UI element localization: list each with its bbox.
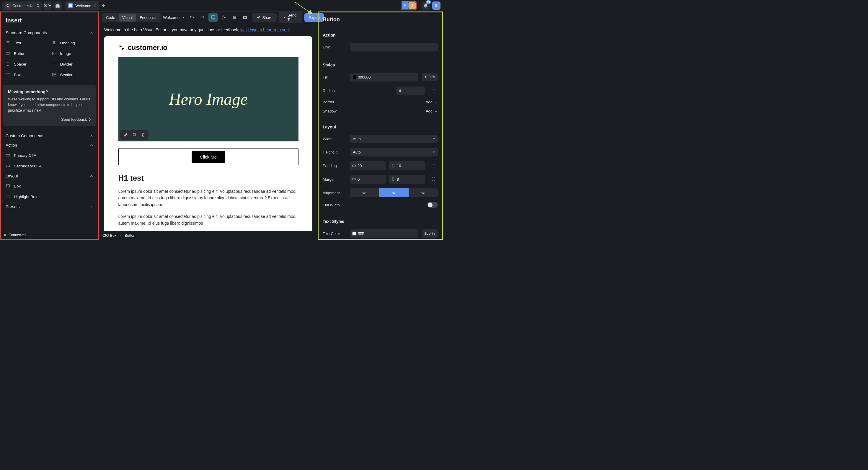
element-toolbar — [120, 130, 149, 139]
layers-button[interactable] — [43, 1, 52, 10]
component-spacer[interactable]: Spacer — [3, 59, 50, 69]
body-paragraph[interactable]: Lorem ipsum dolor sit amet consectetur a… — [118, 188, 299, 208]
chevron-down-icon — [48, 3, 52, 8]
chevron-up-icon — [90, 174, 93, 178]
mail-icon — [68, 3, 73, 8]
mode-feedback[interactable]: Feedback — [136, 13, 160, 22]
svg-rect-5 — [6, 73, 9, 76]
collaborators[interactable]: M J — [401, 1, 416, 10]
mode-visual[interactable]: Visual — [119, 13, 136, 22]
component-text[interactable]: Text — [3, 37, 50, 48]
component-button[interactable]: Button — [3, 48, 50, 59]
component-highlight-box[interactable]: Highlight Box — [3, 191, 96, 202]
avatar: M — [402, 2, 409, 9]
section-action[interactable]: Action — [3, 140, 96, 150]
hero-image[interactable]: Hero Image — [118, 57, 299, 142]
close-icon[interactable]: × — [94, 3, 96, 8]
breadcrumb-item[interactable]: Button — [125, 233, 135, 238]
breadcrumb-item[interactable]: CIO Box — [102, 233, 116, 238]
settings-button[interactable] — [219, 13, 228, 22]
heading-h1[interactable]: H1 test — [118, 174, 299, 183]
padding-v-input[interactable] — [389, 161, 426, 170]
send-feedback-link[interactable]: Send feedback — [8, 117, 91, 122]
radius-expand-button[interactable] — [429, 86, 438, 95]
tab-welcome[interactable]: Welcome × — [65, 1, 99, 10]
radius-input[interactable] — [396, 87, 426, 95]
border-add-button[interactable]: Add — [426, 100, 438, 104]
redo-button[interactable] — [198, 13, 207, 22]
mode-code[interactable]: Code — [102, 13, 119, 22]
cta-container[interactable]: Click Me — [118, 149, 299, 165]
send-test-button[interactable]: Send Test — [279, 11, 302, 24]
properties-panel: Button Action Link Styles Fill 100 % Rad… — [318, 11, 443, 240]
body-paragraph[interactable]: Lorem ipsum dolor sit amet consectetur a… — [118, 213, 299, 226]
delete-button[interactable] — [139, 131, 147, 138]
info-card-title: Missing something? — [8, 90, 91, 94]
svg-point-15 — [235, 17, 236, 18]
logo-mark-icon — [118, 44, 125, 51]
section-standard-components[interactable]: Standard Components — [3, 28, 96, 37]
tabset: Welcome × + — [65, 1, 107, 10]
component-primary-cta[interactable]: Primary CTA — [3, 150, 96, 161]
doc-title[interactable]: Welcome — [163, 15, 185, 20]
section-layout[interactable]: Layout — [3, 171, 96, 181]
component-section[interactable]: Section — [50, 69, 96, 80]
edit-button[interactable] — [121, 131, 130, 138]
fill-opacity[interactable]: 100 % — [422, 73, 438, 81]
feedback-link[interactable]: we'd love to hear from you! — [240, 27, 290, 32]
radius-label: Radius — [323, 89, 346, 93]
text-color-opacity[interactable]: 100 % — [422, 229, 438, 238]
height-select[interactable]: Auto▾ — [350, 148, 438, 156]
svg-rect-11 — [6, 195, 9, 198]
fullwidth-label: Full Width — [323, 203, 340, 207]
layers-icon — [43, 3, 47, 8]
undo-button[interactable] — [187, 13, 197, 22]
link-input[interactable] — [350, 43, 438, 51]
share-button[interactable]: Share — [252, 13, 277, 22]
fullwidth-toggle[interactable] — [427, 202, 438, 208]
fill-input[interactable] — [350, 73, 418, 82]
margin-h-input[interactable] — [350, 175, 386, 184]
margin-v-input[interactable] — [389, 175, 426, 184]
component-divider[interactable]: Divider — [50, 59, 96, 69]
section-presets[interactable]: Presets — [3, 202, 96, 211]
width-select[interactable]: Auto▾ — [350, 135, 438, 143]
component-image[interactable]: Image — [50, 48, 96, 59]
new-tab-button[interactable]: + — [100, 2, 107, 9]
align-left-button[interactable] — [350, 188, 379, 197]
chevron-right-icon — [119, 234, 122, 237]
reset-icon[interactable] — [335, 151, 339, 154]
email-canvas[interactable]: customer.io Hero Image Click Me H1 test — [104, 36, 312, 231]
component-secondary-cta[interactable]: Secondary CTA — [3, 161, 96, 171]
notifications-button[interactable]: 19 — [422, 1, 430, 10]
user-avatar[interactable]: B — [432, 1, 440, 10]
component-layout-box[interactable]: Box — [3, 181, 96, 191]
chevron-up-icon — [90, 31, 93, 35]
padding-expand-button[interactable] — [429, 161, 438, 170]
component-box[interactable]: Box — [3, 69, 50, 80]
shadow-add-button[interactable]: Add — [426, 109, 438, 113]
padding-h-input[interactable] — [350, 161, 386, 170]
cta-button[interactable]: Click Me — [192, 151, 225, 163]
align-center-button[interactable] — [379, 188, 408, 197]
home-button[interactable] — [54, 1, 62, 10]
component-heading[interactable]: Heading — [50, 37, 96, 48]
status-dot-icon — [4, 234, 6, 236]
margin-expand-button[interactable] — [429, 175, 438, 184]
section-custom-components[interactable]: Custom Components — [3, 131, 96, 140]
box-icon — [6, 194, 10, 199]
align-right-button[interactable] — [409, 188, 438, 197]
heading-icon — [52, 40, 57, 45]
text-icon — [6, 40, 10, 45]
sliders-button[interactable] — [230, 13, 239, 22]
color-swatch-icon — [352, 75, 356, 79]
button-icon — [6, 51, 10, 56]
text-color-input[interactable] — [350, 229, 418, 238]
viewport-button[interactable] — [209, 13, 218, 22]
insert-panel: Insert Standard Components Text Heading … — [0, 11, 99, 240]
preview-button[interactable] — [240, 13, 250, 22]
desktop-icon — [211, 15, 216, 20]
workspace-switcher[interactable]: C Customer.i… — [2, 1, 42, 10]
corners-icon — [431, 177, 435, 181]
duplicate-button[interactable] — [130, 131, 138, 138]
